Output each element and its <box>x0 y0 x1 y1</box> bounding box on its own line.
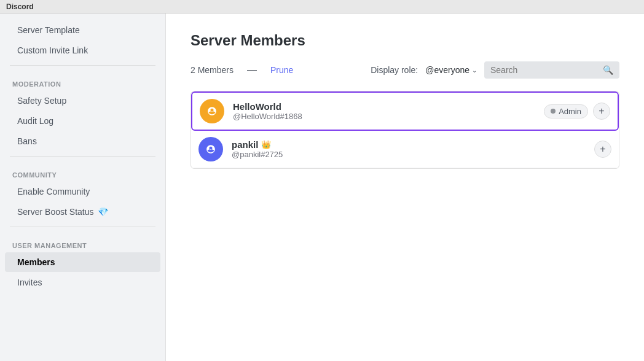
add-role-button-helloworld[interactable]: + <box>593 103 610 120</box>
page-title: Server Members <box>190 32 619 49</box>
member-roles-pankil: + <box>594 141 611 158</box>
title-bar: Discord <box>0 0 644 14</box>
sidebar-item-server-template[interactable]: Server Template <box>5 20 160 40</box>
sidebar-item-audit-log[interactable]: Audit Log <box>5 111 160 131</box>
app-title: Discord <box>6 2 34 11</box>
app-layout: Server Template Custom Invite Link MODER… <box>0 14 644 361</box>
sidebar-item-members[interactable]: Members <box>5 252 160 272</box>
role-selector[interactable]: @everyone ⌄ <box>425 65 477 75</box>
search-box: 🔍 <box>484 61 619 79</box>
sidebar-item-bans[interactable]: Bans <box>5 131 160 151</box>
role-selector-value: @everyone <box>425 65 469 75</box>
crown-icon: 👑 <box>261 140 271 149</box>
chevron-down-icon: ⌄ <box>472 67 477 74</box>
member-info-helloworld: HelloWorld @HelloWorld#1868 <box>233 101 535 121</box>
prune-link[interactable]: Prune <box>270 65 293 75</box>
member-info-pankil: pankil 👑 @pankil#2725 <box>232 139 586 159</box>
search-icon: 🔍 <box>603 65 613 75</box>
members-list: HelloWorld @HelloWorld#1868 Admin + <box>190 91 619 169</box>
member-name-helloworld: HelloWorld <box>233 101 535 112</box>
avatar-pankil <box>198 137 223 161</box>
sidebar-item-enable-community[interactable]: Enable Community <box>5 182 160 201</box>
sidebar-item-invites[interactable]: Invites <box>5 273 160 292</box>
member-name-pankil: pankil 👑 <box>232 139 586 150</box>
divider-moderation <box>10 65 155 66</box>
avatar-helloworld <box>200 99 224 123</box>
section-label-user-management: USER MANAGEMENT <box>0 232 165 252</box>
search-input[interactable] <box>490 65 598 75</box>
section-label-moderation: MODERATION <box>0 71 165 90</box>
sidebar-item-safety-setup[interactable]: Safety Setup <box>5 91 160 111</box>
boost-icon: 💎 <box>98 207 108 217</box>
members-count: 2 Members <box>190 65 234 75</box>
toolbar-right: Display role: @everyone ⌄ 🔍 <box>371 61 619 79</box>
sidebar-item-server-boost-status[interactable]: Server Boost Status 💎 <box>5 202 160 222</box>
role-badge-admin: Admin <box>544 104 588 118</box>
display-role-label: Display role: <box>371 65 418 75</box>
role-label-admin: Admin <box>559 107 581 116</box>
member-roles-helloworld: Admin + <box>544 103 610 120</box>
member-tag-pankil: @pankil#2725 <box>232 150 586 159</box>
member-row-helloworld[interactable]: HelloWorld @HelloWorld#1868 Admin + <box>191 91 619 131</box>
member-row-pankil[interactable]: pankil 👑 @pankil#2725 + <box>191 131 619 168</box>
sidebar: Server Template Custom Invite Link MODER… <box>0 14 166 361</box>
separator: — <box>247 64 257 76</box>
section-label-community: COMMUNITY <box>0 161 165 181</box>
role-dot-admin <box>551 109 556 114</box>
sidebar-item-custom-invite-link[interactable]: Custom Invite Link <box>5 41 160 60</box>
member-tag-helloworld: @HelloWorld#1868 <box>233 112 535 121</box>
add-role-button-pankil[interactable]: + <box>594 141 611 158</box>
members-toolbar: 2 Members — Prune Display role: @everyon… <box>190 61 619 79</box>
divider-user-management <box>10 227 155 227</box>
divider-community <box>10 156 155 157</box>
main-content: Server Members 2 Members — Prune Display… <box>166 14 644 361</box>
